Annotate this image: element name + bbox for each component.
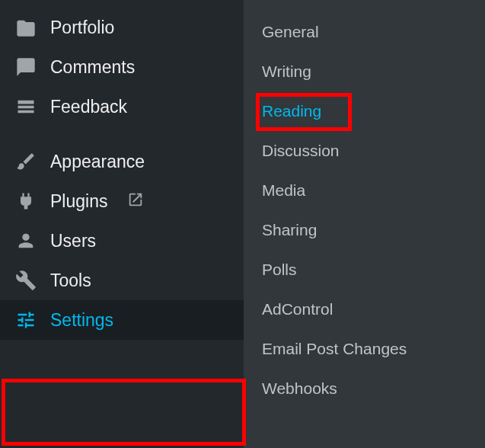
external-link-icon (127, 191, 144, 211)
submenu-item-sharing[interactable]: Sharing (244, 210, 485, 250)
sidebar-item-label: Settings (50, 310, 113, 331)
sidebar-item-tools[interactable]: Tools (0, 261, 244, 300)
sidebar-item-comments[interactable]: Comments (0, 47, 244, 87)
sidebar-item-portfolio[interactable]: Portfolio (0, 8, 244, 47)
tools-icon (15, 270, 37, 291)
feedback-icon (15, 96, 37, 117)
admin-sidebar: Portfolio Comments Feedback Appearance P… (0, 0, 244, 448)
sidebar-item-settings[interactable]: Settings (0, 300, 244, 340)
submenu-item-discussion[interactable]: Discussion (244, 131, 485, 171)
sidebar-item-label: Appearance (50, 152, 145, 172)
settings-submenu: General Writing Reading Discussion Media… (244, 0, 485, 448)
submenu-item-webhooks[interactable]: Webhooks (244, 369, 485, 408)
plugins-icon (15, 190, 37, 212)
sidebar-item-appearance[interactable]: Appearance (0, 142, 244, 181)
sidebar-item-users[interactable]: Users (0, 221, 244, 261)
submenu-item-email-post-changes[interactable]: Email Post Changes (244, 329, 485, 369)
submenu-item-polls[interactable]: Polls (244, 250, 485, 290)
sidebar-item-label: Comments (50, 57, 135, 78)
users-icon (15, 230, 37, 251)
comments-icon (15, 56, 37, 78)
sidebar-item-plugins[interactable]: Plugins (0, 181, 244, 221)
sidebar-item-feedback[interactable]: Feedback (0, 87, 244, 126)
submenu-item-writing[interactable]: Writing (244, 52, 485, 91)
submenu-item-reading[interactable]: Reading (244, 91, 485, 131)
submenu-item-general[interactable]: General (244, 12, 485, 52)
submenu-item-media[interactable]: Media (244, 171, 485, 210)
settings-icon (15, 309, 37, 331)
sidebar-item-label: Users (50, 231, 96, 251)
sidebar-separator (0, 126, 244, 142)
sidebar-item-label: Plugins (50, 191, 107, 212)
sidebar-item-label: Portfolio (50, 18, 114, 38)
submenu-item-adcontrol[interactable]: AdControl (244, 290, 485, 329)
sidebar-item-label: Feedback (50, 97, 127, 117)
appearance-icon (15, 151, 37, 172)
portfolio-icon (15, 17, 37, 38)
sidebar-item-label: Tools (50, 270, 91, 291)
